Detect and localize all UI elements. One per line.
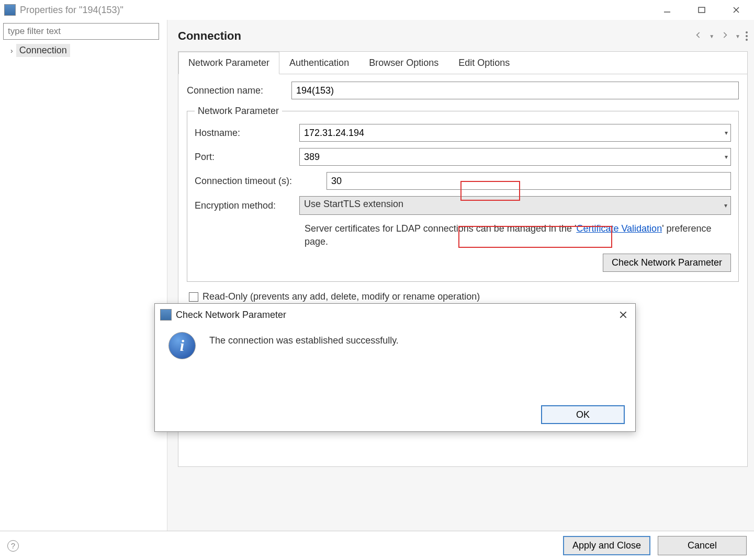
minimize-button[interactable] [660,3,674,17]
encryption-select[interactable]: Use StartTLS extension ▾ [299,196,731,215]
check-network-dialog: Check Network Parameter i The connection… [154,303,636,432]
tab-edit-options[interactable]: Edit Options [448,52,520,74]
close-button[interactable] [729,3,744,17]
cancel-button[interactable]: Cancel [658,536,747,555]
dialog-button-bar: ? Apply and Close Cancel [0,531,754,560]
tab-authentication[interactable]: Authentication [279,52,359,74]
port-input[interactable] [299,148,731,166]
window-title: Properties for "194(153)" [20,5,660,16]
apply-and-close-button[interactable]: Apply and Close [563,536,650,555]
window-titlebar: Properties for "194(153)" [0,0,754,20]
dialog-message: The connection was established successfu… [209,332,399,359]
tree-item-label: Connection [16,44,70,57]
check-network-button[interactable]: Check Network Parameter [603,254,731,272]
app-icon [160,309,172,321]
timeout-label: Connection timeout (s): [195,176,327,187]
dialog-close-button[interactable] [616,308,630,322]
group-legend: Network Parameter [195,106,282,117]
encryption-value: Use StartTLS extension [304,199,403,209]
certificate-explanation: Server certificates for LDAP connections… [305,222,731,248]
encryption-label: Encryption method: [195,200,299,211]
hostname-label: Hostname: [195,128,299,139]
tree-item-connection[interactable]: › Connection [10,44,164,57]
back-button[interactable] [693,30,704,42]
help-button[interactable]: ? [7,540,19,552]
section-title: Connection [178,29,241,43]
readonly-checkbox[interactable] [189,292,198,302]
menu-icon[interactable] [746,31,748,41]
back-dropdown[interactable]: ▼ [709,33,714,39]
forward-button[interactable] [719,30,730,42]
certificate-validation-link[interactable]: Certificate Validation [576,223,662,234]
maximize-button[interactable] [694,3,709,17]
content-area: Connection ▼ ▼ Network Parameter Authent… [167,20,754,531]
tab-browser-options[interactable]: Browser Options [359,52,448,74]
svg-rect-1 [699,7,705,13]
sidebar: › Connection [0,20,167,531]
network-parameter-group: Network Parameter Hostname: ▾ Port: ▾ [187,106,739,282]
hostname-input[interactable] [299,124,731,142]
readonly-label: Read-Only (prevents any add, delete, mod… [202,291,480,302]
forward-dropdown[interactable]: ▼ [735,33,740,39]
dialog-title: Check Network Parameter [176,310,616,321]
chevron-right-icon: › [10,47,13,55]
connection-name-input[interactable] [291,82,739,99]
info-icon: i [168,332,196,359]
filter-input[interactable] [3,23,159,40]
tab-network-parameter[interactable]: Network Parameter [178,52,279,74]
timeout-input[interactable] [327,172,731,190]
app-icon [4,4,16,16]
port-label: Port: [195,152,299,163]
connection-name-label: Connection name: [187,85,291,96]
ok-button[interactable]: OK [541,405,625,424]
chevron-down-icon: ▾ [724,202,727,209]
